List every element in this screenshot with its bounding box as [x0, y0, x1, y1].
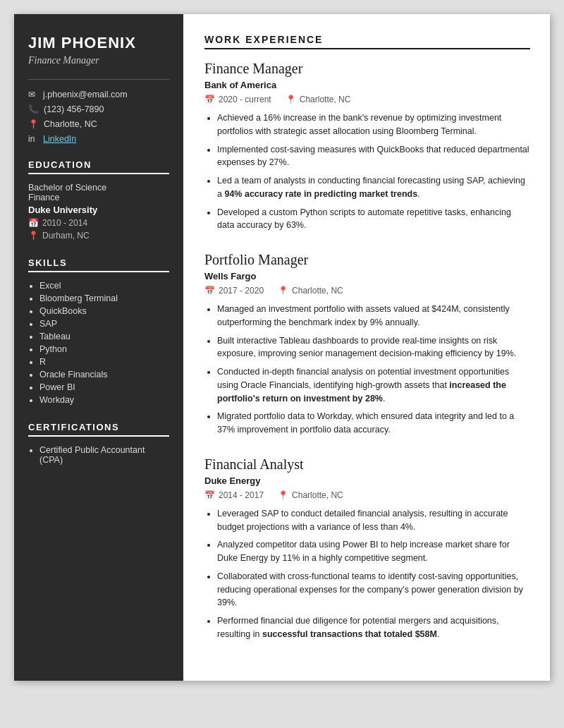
job-meta: 📅2017 - 2020📍Charlotte, NC [204, 286, 530, 296]
calendar-icon: 📅 [204, 95, 215, 104]
job-entry: Financial AnalystDuke Energy📅2014 - 2017… [204, 456, 530, 641]
location-value: Charlotte, NC [44, 119, 97, 129]
job-title: Finance Manager [204, 61, 530, 77]
job-bullets: Leveraged SAP to conduct detailed financ… [204, 507, 530, 641]
location-icon: 📍 [278, 490, 288, 500]
email-item: ✉ j.phoenix@email.com [28, 90, 169, 99]
calendar-icon: 📅 [28, 218, 39, 228]
work-experience-title: WORK EXPERIENCE [204, 34, 530, 49]
phone-value: (123) 456-7890 [44, 104, 104, 114]
location-icon: 📍 [28, 119, 39, 129]
bullet-item: Developed a custom Python scripts to aut… [217, 206, 530, 233]
bullet-item: Analyzed competitor data using Power BI … [217, 538, 530, 565]
job-location: 📍Charlotte, NC [286, 95, 351, 104]
bullet-item: Managed an investment portfolio with ass… [217, 303, 530, 329]
job-entry: Portfolio ManagerWells Fargo📅2017 - 2020… [204, 252, 530, 437]
edu-school: Duke University [28, 205, 169, 215]
location-item: 📍 Charlotte, NC [28, 119, 169, 129]
linkedin-link[interactable]: LinkedIn [43, 134, 76, 144]
edu-degree: Bachelor of Science [28, 183, 169, 193]
bullet-item: Migrated portfolio data to Workday, whic… [217, 410, 530, 437]
edu-field: Finance [28, 193, 169, 202]
jobs-container: Finance ManagerBank of America📅2020 - cu… [204, 61, 530, 641]
job-entry: Finance ManagerBank of America📅2020 - cu… [204, 61, 530, 232]
candidate-name: JIM PHOENIX [28, 34, 169, 52]
email-icon: ✉ [28, 90, 38, 99]
bullet-item: Conducted in-depth financial analysis on… [217, 365, 530, 405]
job-years: 📅2014 - 2017 [204, 490, 264, 500]
skill-item: Excel [39, 281, 169, 291]
bold-text: increased the portfolio's return on inve… [217, 380, 506, 404]
bullet-item: Built interactive Tableau dashboards to … [217, 334, 530, 361]
linkedin-icon: in [28, 134, 38, 144]
skill-item: Oracle Financials [39, 370, 169, 380]
bullet-item: Performed financial due diligence for po… [217, 614, 530, 641]
bold-text: 94% accuracy rate in predicting market t… [224, 189, 417, 199]
skill-item: Bloomberg Terminal [39, 293, 169, 303]
cert-list: Certified Public Accountant (CPA) [28, 445, 169, 465]
bullet-item: Leveraged SAP to conduct detailed financ… [217, 507, 530, 534]
job-company: Duke Energy [204, 475, 530, 486]
edu-location: 📍 Durham, NC [28, 231, 169, 241]
job-title: Portfolio Manager [204, 252, 530, 268]
candidate-title: Finance Manager [28, 55, 169, 66]
skill-item: Python [39, 344, 169, 354]
skill-item: Power BI [39, 382, 169, 392]
bullet-item: Achieved a 16% increase in the bank's re… [217, 111, 530, 138]
skills-list: ExcelBloomberg TerminalQuickBooksSAPTabl… [28, 281, 169, 405]
location-icon: 📍 [278, 286, 288, 296]
job-company: Bank of America [204, 80, 530, 90]
main-content: WORK EXPERIENCE Finance ManagerBank of A… [183, 14, 550, 681]
certifications-section: CERTIFICATIONS Certified Public Accounta… [28, 422, 169, 465]
job-bullets: Achieved a 16% increase in the bank's re… [204, 111, 530, 232]
edu-location-icon: 📍 [28, 231, 39, 241]
job-location: 📍Charlotte, NC [278, 490, 343, 500]
resume: JIM PHOENIX Finance Manager ✉ j.phoenix@… [14, 14, 550, 681]
job-years: 📅2017 - 2020 [204, 286, 264, 296]
contact-section: ✉ j.phoenix@email.com 📞 (123) 456-7890 📍… [28, 79, 169, 144]
bold-text: successful transactions that totaled $58… [262, 629, 437, 639]
education-section: EDUCATION Bachelor of Science Finance Du… [28, 159, 169, 241]
location-icon: 📍 [286, 95, 296, 104]
job-bullets: Managed an investment portfolio with ass… [204, 303, 530, 437]
education-title: EDUCATION [28, 159, 169, 174]
linkedin-item[interactable]: in LinkedIn [28, 134, 169, 144]
calendar-icon: 📅 [204, 490, 215, 500]
skills-section: SKILLS ExcelBloomberg TerminalQuickBooks… [28, 257, 169, 405]
job-meta: 📅2014 - 2017📍Charlotte, NC [204, 490, 530, 500]
phone-icon: 📞 [28, 104, 39, 114]
phone-item: 📞 (123) 456-7890 [28, 104, 169, 114]
cert-item: Certified Public Accountant (CPA) [39, 445, 169, 465]
email-value: j.phoenix@email.com [43, 90, 128, 99]
bullet-item: Implemented cost-saving measures with Qu… [217, 143, 530, 170]
sidebar: JIM PHOENIX Finance Manager ✉ j.phoenix@… [14, 14, 183, 681]
skill-item: SAP [39, 319, 169, 329]
job-title: Financial Analyst [204, 456, 530, 473]
skill-item: R [39, 357, 169, 367]
skill-item: Workday [39, 395, 169, 405]
certifications-title: CERTIFICATIONS [28, 422, 169, 437]
job-location: 📍Charlotte, NC [278, 286, 343, 296]
job-company: Wells Fargo [204, 271, 530, 281]
bullet-item: Collaborated with cross-functional teams… [217, 570, 530, 609]
job-years: 📅2020 - current [204, 95, 271, 104]
skills-title: SKILLS [28, 257, 169, 272]
skill-item: Tableau [39, 332, 169, 341]
calendar-icon: 📅 [204, 286, 215, 296]
bullet-item: Led a team of analysts in conducting fin… [217, 174, 530, 201]
edu-years: 📅 2010 - 2014 [28, 218, 169, 228]
job-meta: 📅2020 - current📍Charlotte, NC [204, 95, 530, 104]
skill-item: QuickBooks [39, 306, 169, 316]
